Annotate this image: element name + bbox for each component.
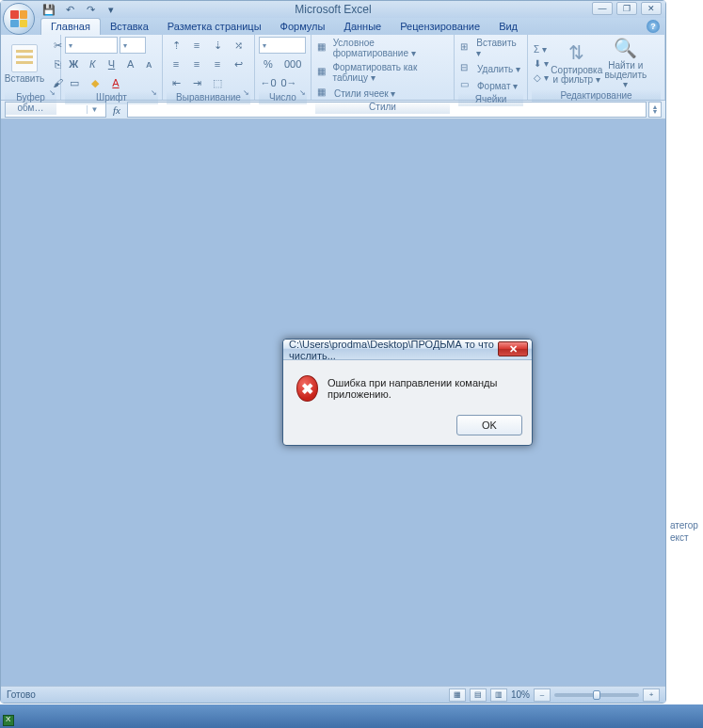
clear[interactable]: ◇ ▾ [532, 71, 551, 84]
background-text: атегор екст [670, 519, 698, 544]
group-styles: ▦Условное форматирование ▾ ▦Форматироват… [312, 35, 455, 100]
dialog-close-button[interactable]: ✕ [498, 341, 528, 356]
title-bar: 💾 ↶ ↷ ▾ Microsoft Excel ― ❐ ✕ [1, 1, 665, 18]
fill-color-button[interactable]: ◆ [86, 74, 104, 91]
dialog-title: C:\Users\prodma\Desktop\ПРОДЬМА то что ч… [289, 339, 532, 361]
help-button[interactable]: ? [647, 20, 660, 33]
tab-data[interactable]: Данные [334, 19, 391, 35]
qat-save[interactable]: 💾 [40, 2, 57, 17]
grow-font-button[interactable]: A [122, 55, 139, 72]
group-clipboard: Вставить ✂ ⎘ 🖌 Буфер обм… ↘ [1, 35, 61, 100]
alignment-launcher[interactable]: ↘ [243, 88, 252, 98]
font-color-button[interactable]: A [106, 74, 125, 91]
increase-decimal[interactable]: ←0 [259, 74, 278, 91]
format-as-table[interactable]: ▦Форматировать как таблицу ▾ [315, 61, 450, 84]
qat-customize[interactable]: ▾ [103, 2, 120, 17]
decrease-indent[interactable]: ⇤ [167, 74, 185, 91]
autosum[interactable]: Σ ▾ [532, 43, 551, 55]
window-maximize[interactable]: ❐ [616, 2, 637, 15]
italic-button[interactable]: К [84, 55, 101, 72]
shrink-font-button[interactable]: ᴀ [141, 55, 158, 72]
align-bottom[interactable]: ⇣ [208, 37, 227, 54]
merge-cells[interactable]: ⬚ [208, 74, 227, 91]
delete-icon: ⊟ [460, 62, 473, 75]
align-top[interactable]: ⇡ [167, 37, 185, 54]
bold-button[interactable]: Ж [65, 55, 82, 72]
tab-home[interactable]: Главная [40, 18, 101, 35]
insert-function-button[interactable]: fx [108, 104, 125, 116]
view-page-break[interactable]: ▥ [490, 688, 507, 702]
insert-cells[interactable]: ⊞Вставить ▾ [458, 37, 523, 59]
font-launcher[interactable]: ↘ [151, 88, 160, 98]
font-name-combo[interactable]: ▾ [65, 37, 118, 54]
tab-insert[interactable]: Вставка [101, 19, 158, 35]
error-dialog: C:\Users\prodma\Desktop\ПРОДЬМА то что ч… [282, 339, 533, 446]
sort-filter-button[interactable]: ⇅ Сортировка и фильтр ▾ [554, 41, 599, 85]
group-number: ▾ % 000 ←0 0→ Число ↘ [255, 35, 312, 100]
number-format-combo[interactable]: ▾ [259, 37, 306, 54]
group-editing-label: Редактирование [532, 89, 661, 103]
zoom-out[interactable]: – [534, 688, 551, 702]
name-box-dropdown[interactable]: ▼ [87, 105, 102, 114]
ribbon: Вставить ✂ ⎘ 🖌 Буфер обм… ↘ ▾ ▾ [1, 35, 665, 101]
number-launcher[interactable]: ↘ [299, 88, 309, 98]
status-bar: Готово ▦ ▤ ▥ 10% – + [1, 686, 665, 703]
increase-indent[interactable]: ⇥ [187, 74, 206, 91]
paste-label: Вставить [5, 74, 44, 84]
ribbon-tabs: Главная Вставка Разметка страницы Формул… [1, 18, 665, 35]
zoom-in[interactable]: + [643, 688, 660, 702]
qat-redo[interactable]: ↷ [82, 2, 99, 17]
conditional-formatting[interactable]: ▦Условное форматирование ▾ [315, 37, 450, 59]
tab-formulas[interactable]: Формулы [271, 19, 335, 35]
taskbar-excel-icon[interactable] [3, 715, 14, 726]
group-styles-label: Стили [315, 101, 450, 114]
percent-style[interactable]: % [259, 55, 278, 72]
clipboard-icon [11, 44, 38, 72]
formula-expand[interactable]: ▲▼ [648, 102, 662, 118]
group-font: ▾ ▾ Ж К Ч A ᴀ ▭ ◆ A [61, 35, 163, 100]
conditional-icon: ▦ [317, 41, 329, 55]
app-window: 💾 ↶ ↷ ▾ Microsoft Excel ― ❐ ✕ Главная Вс… [0, 0, 666, 704]
font-size-combo[interactable]: ▾ [120, 37, 146, 54]
group-cells-label: Ячейки [458, 93, 523, 106]
align-middle[interactable]: ≡ [187, 37, 206, 54]
window-minimize[interactable]: ― [592, 2, 613, 15]
table-icon: ▦ [317, 66, 328, 79]
orientation[interactable]: ⤮ [229, 37, 248, 54]
fill[interactable]: ⬇ ▾ [532, 57, 551, 70]
zoom-thumb[interactable] [593, 690, 600, 700]
border-button[interactable]: ▭ [65, 74, 84, 91]
delete-cells[interactable]: ⊟Удалить ▾ [458, 61, 523, 76]
group-editing: Σ ▾ ⬇ ▾ ◇ ▾ ⇅ Сортировка и фильтр ▾ 🔍 На… [528, 35, 665, 100]
align-left[interactable]: ≡ [167, 55, 185, 72]
tab-view[interactable]: Вид [489, 19, 527, 35]
status-ready: Готово [7, 689, 36, 700]
group-font-label: Шрифт [65, 91, 158, 104]
group-cells: ⊞Вставить ▾ ⊟Удалить ▾ ▭Формат ▾ Ячейки [455, 35, 528, 100]
view-normal[interactable]: ▦ [449, 688, 466, 702]
cell-styles[interactable]: ▦Стили ячеек ▾ [315, 86, 450, 101]
decrease-decimal[interactable]: 0→ [280, 74, 298, 91]
window-close[interactable]: ✕ [641, 2, 662, 15]
find-select-button[interactable]: 🔍 Найти и выделить ▾ [603, 37, 648, 89]
dialog-title-bar[interactable]: C:\Users\prodma\Desktop\ПРОДЬМА то что ч… [283, 340, 532, 360]
office-button[interactable] [3, 3, 35, 35]
paste-button[interactable]: Вставить [5, 44, 44, 84]
qat-undo[interactable]: ↶ [61, 2, 78, 17]
format-cells[interactable]: ▭Формат ▾ [458, 78, 523, 93]
align-right[interactable]: ≡ [208, 55, 227, 72]
comma-style[interactable]: 000 [280, 55, 306, 72]
quick-access-toolbar: 💾 ↶ ↷ ▾ [40, 2, 120, 17]
underline-button[interactable]: Ч [103, 55, 120, 72]
wrap-text[interactable]: ↩ [229, 55, 248, 72]
dialog-ok-button[interactable]: OK [456, 415, 522, 435]
clipboard-launcher[interactable]: ↘ [49, 88, 58, 98]
tab-review[interactable]: Рецензирование [391, 19, 489, 35]
view-page-layout[interactable]: ▤ [470, 688, 487, 702]
zoom-slider[interactable] [554, 693, 639, 697]
format-icon: ▭ [460, 79, 473, 92]
align-center[interactable]: ≡ [187, 55, 206, 72]
taskbar [0, 704, 703, 728]
insert-icon: ⊞ [460, 41, 472, 55]
tab-pagelayout[interactable]: Разметка страницы [158, 19, 271, 35]
